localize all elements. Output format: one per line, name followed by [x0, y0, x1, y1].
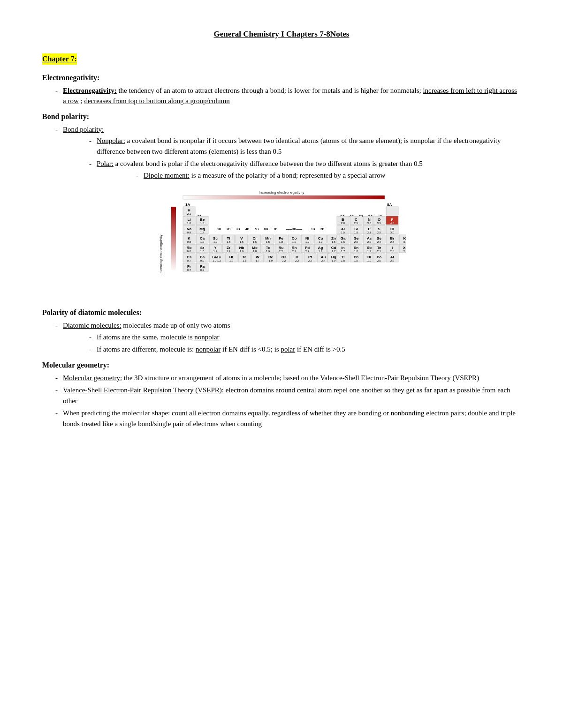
svg-text:1.7: 1.7 [332, 250, 336, 253]
dipole-moment-item: Dipole moment: is a measure of the polar… [136, 170, 521, 181]
diatomic-item: Diatomic molecules: molecules made up of… [55, 320, 521, 355]
pt-row4: K 0.8 Ca 1.0 Sc 1.3 Ti 1.5 V 1.6 Cr 1.6 … [183, 235, 406, 243]
electronegativity-heading: Electronegativity: [42, 72, 521, 83]
svg-text:0.8: 0.8 [187, 250, 191, 253]
svg-text:I: I [392, 246, 393, 250]
pt-cell-c: C 2.5 [350, 216, 362, 225]
svg-text:Cs: Cs [187, 255, 192, 259]
svg-text:3B: 3B [236, 227, 240, 231]
svg-text:2.2: 2.2 [305, 250, 310, 253]
svg-text:Sb: Sb [367, 246, 372, 250]
pt-cell-h: H 2.1 [183, 207, 195, 215]
svg-text:Ge: Ge [354, 236, 359, 240]
pt-row6: Cs 0.7 Ba 0.9 La-Lu 1.0-1.2 Hf 1.3 Ta 1.… [183, 254, 398, 262]
svg-text:0.7: 0.7 [187, 269, 191, 271]
svg-text:1.0: 1.0 [187, 222, 191, 225]
svg-text:Ti: Ti [227, 236, 230, 240]
svg-text:Pt: Pt [308, 255, 312, 259]
svg-text:Tc: Tc [266, 246, 270, 250]
svg-text:2.0: 2.0 [354, 240, 358, 243]
svg-text:2B: 2B [227, 227, 231, 231]
svg-text:Tl: Tl [341, 255, 344, 259]
diatomic-same-item: If atoms are the same, molecule is nonpo… [89, 332, 521, 343]
svg-text:5B: 5B [255, 227, 259, 231]
svg-text:1.8: 1.8 [279, 240, 283, 243]
pt-row5: Rb 0.8 Sr 1.0 Y 1.2 Zr 1.4 Nb 1.6 Mo 1.8… [183, 244, 406, 253]
svg-text:1.6: 1.6 [240, 240, 244, 243]
svg-text:Na: Na [187, 227, 192, 231]
svg-text:2.5: 2.5 [354, 222, 358, 225]
svg-text:1A: 1A [185, 203, 190, 207]
svg-text:Cu: Cu [318, 236, 323, 240]
svg-text:1.8: 1.8 [354, 250, 358, 253]
svg-text:Ra: Ra [200, 264, 205, 269]
svg-text:2.0: 2.0 [341, 222, 345, 225]
svg-text:3.5: 3.5 [377, 222, 381, 225]
svg-text:1.6: 1.6 [240, 250, 244, 253]
svg-text:2.2: 2.2 [390, 259, 395, 262]
svg-text:As: As [367, 236, 372, 240]
mol-geo-item1: Molecular geometry: the 3D structure or … [55, 373, 521, 383]
svg-text:Ga: Ga [341, 236, 346, 240]
svg-text:Bi: Bi [367, 255, 371, 259]
svg-text:3.0: 3.0 [390, 231, 395, 234]
svg-text:2.8: 2.8 [390, 240, 395, 243]
svg-text:1.9: 1.9 [332, 259, 336, 262]
molecular-geometry-section: Molecular geometry: Molecular geometry: … [42, 360, 521, 429]
svg-text:8A: 8A [387, 203, 392, 207]
svg-text:1.9: 1.9 [319, 250, 323, 253]
svg-text:Mg: Mg [199, 227, 205, 231]
pt-cell-be: Be 1.5 [196, 216, 208, 225]
svg-text:1.9: 1.9 [292, 240, 297, 243]
pt-cell-si: Si 1.8 [350, 225, 362, 234]
svg-text:Te: Te [377, 246, 381, 250]
svg-text:1.9: 1.9 [266, 250, 270, 253]
svg-text:1.0: 1.0 [200, 250, 205, 253]
svg-text:1.8: 1.8 [253, 250, 257, 253]
diatomic-diff-item: If atoms are different, molecule is: non… [89, 344, 521, 355]
svg-text:2.2: 2.2 [292, 250, 297, 253]
svg-text:2.1: 2.1 [367, 231, 372, 234]
svg-text:Sn: Sn [354, 246, 358, 250]
svg-text:——3B——: ——3B—— [286, 227, 303, 231]
pt-cell-f: F 4.0 [386, 216, 398, 225]
svg-text:1.6: 1.6 [253, 240, 257, 243]
svg-text:1.3: 1.3 [213, 240, 218, 243]
svg-text:O: O [378, 218, 380, 222]
svg-text:Increasing electronegativity: Increasing electronegativity [159, 234, 163, 274]
pt-cell-li: Li 1.0 [183, 216, 195, 225]
svg-text:1.9: 1.9 [367, 250, 372, 253]
svg-text:Ca: Ca [200, 236, 205, 240]
svg-text:0.9: 0.9 [200, 269, 205, 271]
mol-geo-item3: When predicting the molecular shape: cou… [55, 408, 521, 429]
svg-text:2.4: 2.4 [377, 240, 381, 243]
svg-text:Xe: Xe [403, 246, 406, 250]
svg-text:2.1: 2.1 [377, 250, 381, 253]
svg-text:2.2: 2.2 [308, 259, 312, 262]
page-title: General Chemistry I Chapters 7-8Notes [42, 28, 521, 40]
svg-text:Hg: Hg [331, 255, 336, 259]
svg-text:1.9: 1.9 [305, 240, 310, 243]
svg-text:At: At [390, 255, 395, 259]
svg-text:Kr: Kr [403, 236, 406, 240]
svg-text:Li: Li [187, 218, 190, 222]
svg-text:Ir: Ir [296, 255, 298, 259]
svg-text:1.9: 1.9 [319, 240, 323, 243]
svg-text:1.4: 1.4 [227, 250, 231, 253]
molecular-geometry-heading: Molecular geometry: [42, 360, 521, 371]
svg-text:1.9: 1.9 [354, 259, 358, 262]
svg-text:1.7: 1.7 [256, 259, 260, 262]
svg-text:2.0: 2.0 [377, 259, 381, 262]
svg-text:1.5: 1.5 [227, 240, 231, 243]
svg-text:0.9: 0.9 [200, 259, 205, 262]
svg-text:Ta: Ta [243, 255, 247, 259]
bond-polarity-section: Bond polarity: Bond polarity: Nonpolar: … [42, 111, 521, 181]
svg-text:Ba: Ba [200, 255, 205, 259]
svg-text:Os: Os [282, 255, 287, 259]
pt-cell-na: Na 0.9 [183, 225, 195, 234]
svg-text:Ru: Ru [279, 246, 284, 250]
svg-text:1.0: 1.0 [200, 240, 205, 243]
svg-text:7B: 7B [274, 227, 278, 231]
svg-text:Hf: Hf [229, 255, 234, 259]
periodic-table-svg: Increasing electronegativity Increasing … [157, 189, 406, 297]
